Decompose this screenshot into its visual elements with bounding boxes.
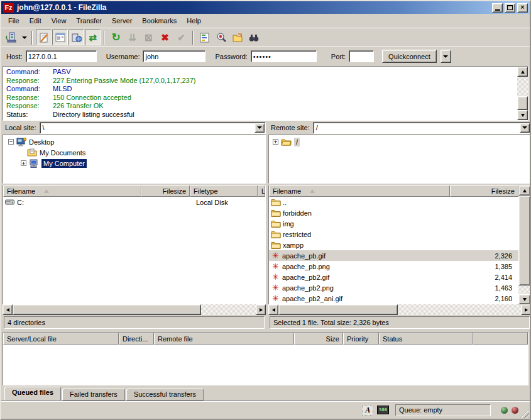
remote-site-combo-button[interactable] [520, 123, 530, 133]
quickconnect-button[interactable]: Quickconnect [382, 50, 437, 63]
username-label: Username: [106, 53, 140, 60]
file-row[interactable]: xampp [269, 240, 518, 250]
datatype-letter: A [365, 406, 370, 415]
scrollbar-thumb[interactable] [517, 96, 528, 110]
chevron-down-icon [443, 55, 448, 58]
local-horizontal-scrollbar[interactable] [3, 304, 266, 315]
binoculars-icon [248, 32, 260, 43]
filter-icon [199, 32, 211, 43]
quickconnect-dropdown[interactable] [441, 50, 451, 63]
remote-site-combo[interactable]: / [313, 122, 531, 134]
scrollbar-thumb[interactable] [278, 304, 398, 315]
file-row[interactable]: forbidden [269, 207, 518, 218]
expand-icon[interactable]: + [273, 139, 278, 145]
menu-server[interactable]: Server [107, 15, 137, 26]
menu-bookmarks[interactable]: Bookmarks [137, 15, 182, 26]
password-input[interactable] [251, 50, 317, 62]
folder-icon [271, 209, 281, 217]
tree-item-root[interactable]: + / [269, 136, 530, 147]
synchronized-browsing-button[interactable] [229, 30, 245, 45]
tree-item-my-computer[interactable]: + My Computer [3, 158, 265, 169]
column-header-filename[interactable]: Filename [3, 185, 141, 197]
column-label: Filesize [163, 187, 186, 195]
local-site-combo-button[interactable] [255, 123, 265, 133]
site-manager-button[interactable] [4, 30, 19, 45]
process-queue-button[interactable]: ⇊ [124, 30, 140, 45]
column-header-last-modified[interactable]: L [258, 185, 265, 197]
column-header-size[interactable]: Size [294, 333, 343, 345]
toggle-message-log-button[interactable] [36, 30, 52, 45]
tree-item-desktop[interactable]: − Desktop [3, 136, 265, 147]
expand-icon[interactable]: + [21, 160, 26, 166]
column-header-filesize[interactable]: Filesize [141, 185, 190, 197]
scrollbar-thumb[interactable] [518, 196, 530, 285]
column-header-direction[interactable]: Directi... [119, 333, 154, 345]
file-row-local-c-drive[interactable]: C: Local Disk [3, 197, 265, 207]
toggle-transfer-queue-button[interactable]: ⇄ [85, 30, 101, 45]
close-button[interactable]: × [517, 3, 528, 13]
toggle-local-tree-button[interactable] [52, 30, 68, 45]
disconnect-button[interactable]: ✖ [157, 30, 173, 45]
file-row[interactable]: img [269, 218, 518, 229]
filter-button[interactable] [197, 30, 212, 45]
file-row[interactable]: ✳ apache_pb2.png 1,463 [269, 282, 518, 293]
scroll-right-button[interactable] [256, 304, 266, 315]
column-header-remote-file[interactable]: Remote file [154, 333, 294, 345]
site-manager-dropdown[interactable] [20, 30, 28, 45]
toggle-remote-tree-button[interactable] [68, 30, 84, 45]
column-label: Directi... [123, 335, 148, 343]
image-file-icon: ✳ [271, 251, 280, 260]
speed-limit-icon: 500 [377, 406, 389, 414]
log-vertical-scrollbar[interactable] [517, 67, 528, 120]
menu-help[interactable]: Help [182, 15, 206, 26]
abort-button[interactable]: ✔ [173, 30, 189, 45]
column-header-filesize[interactable]: Filesize [450, 185, 518, 197]
file-row[interactable]: ✳ apache_pb.png 1,385 [269, 261, 518, 272]
scroll-down-button[interactable] [517, 110, 528, 120]
scrollbar-thumb[interactable] [13, 304, 201, 315]
host-input[interactable] [26, 50, 97, 62]
tab-queued-files[interactable]: Queued files [4, 387, 61, 401]
menu-edit[interactable]: Edit [25, 15, 47, 26]
compare-directories-button[interactable] [213, 30, 229, 45]
remote-vertical-scrollbar[interactable] [518, 185, 530, 304]
column-header-server-local-file[interactable]: Server/Local file [3, 333, 119, 345]
tab-failed-transfers[interactable]: Failed transfers [62, 389, 125, 401]
cancel-operation-button[interactable]: ⊠ [141, 30, 156, 45]
local-site-combo[interactable]: \ [40, 122, 266, 134]
menu-transfer[interactable]: Transfer [71, 15, 107, 26]
collapse-icon[interactable]: − [8, 139, 14, 145]
file-row-selected[interactable]: ✳ apache_pb.gif 2,326 [269, 250, 518, 261]
file-panes: Local site: \ − Desktop [1, 121, 530, 328]
remote-horizontal-scrollbar[interactable] [268, 304, 531, 315]
scroll-up-button[interactable] [517, 67, 528, 77]
column-header-priority[interactable]: Priority [343, 333, 379, 345]
maximize-button[interactable] [505, 3, 515, 13]
column-header-filename[interactable]: Filename [269, 185, 450, 197]
file-row[interactable]: restricted [269, 229, 518, 240]
tab-successful-transfers[interactable]: Successful transfers [126, 389, 204, 401]
scroll-down-button[interactable] [518, 294, 530, 304]
column-header-filetype[interactable]: Filetype [190, 185, 258, 197]
username-input[interactable] [143, 50, 205, 62]
minimize-button[interactable] [492, 3, 503, 13]
scroll-up-button[interactable] [518, 185, 530, 196]
file-row[interactable]: ✳ apache_pb2.gif 2,414 [269, 272, 518, 282]
tree-item-my-documents[interactable]: My Documents [3, 147, 265, 158]
resize-grip[interactable] [520, 409, 529, 418]
find-files-button[interactable] [246, 30, 261, 45]
scroll-left-button[interactable] [3, 304, 13, 315]
file-row[interactable]: ✳ apache_pb2_ani.gif 2,160 [269, 293, 518, 304]
refresh-button[interactable]: ↻ [108, 30, 124, 45]
message-log-icon [38, 32, 50, 43]
log-text: 226 Transfer OK [53, 102, 104, 111]
scroll-left-button[interactable] [268, 304, 278, 315]
sort-ascending-icon [44, 189, 49, 193]
port-input[interactable] [349, 50, 374, 62]
scroll-right-button[interactable] [521, 304, 531, 315]
menu-view[interactable]: View [47, 15, 72, 26]
column-header-status[interactable]: Status [379, 333, 473, 345]
file-row[interactable]: .. [269, 197, 518, 207]
menu-file[interactable]: File [3, 15, 25, 26]
status-bar: A 500 Queue: empty [1, 401, 530, 419]
